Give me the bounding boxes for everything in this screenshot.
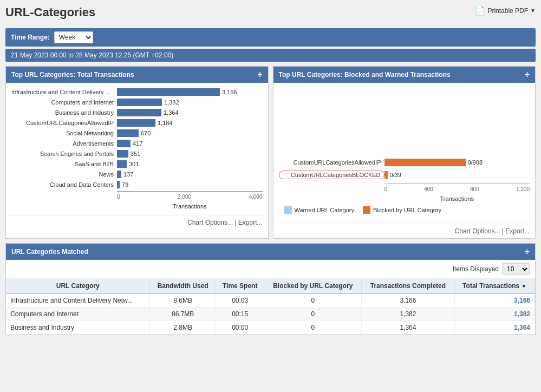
bar-value: 1,184 — [158, 120, 173, 126]
bar — [117, 109, 161, 116]
table-row: Business and Industry 2.8MB 00:00 0 1,36… — [6, 321, 535, 335]
left-chart-content: Infrastructure and Content Delivery Netw… — [6, 83, 268, 215]
col-header-tx-completed: Transactions Completed — [362, 279, 454, 293]
bar-wrapper: 417 — [117, 140, 263, 147]
table-row: CustomURLCategoriesAllowedIP 1,184 — [11, 119, 263, 127]
bar-wrapper: 3,166 — [117, 88, 263, 96]
right-bar-label: CustomURLCategoriesAllowedIP — [279, 159, 384, 166]
data-table: URL Category Bandwidth Used Time Spent B… — [6, 279, 535, 335]
charts-row: Top URL Categories: Total Transactions +… — [5, 66, 536, 239]
right-bar-value: 0/39 — [390, 172, 401, 178]
right-chart-title: Top URL Categories: Blocked and Warned T… — [279, 71, 451, 79]
bar-wrapper: 351 — [117, 150, 263, 158]
right-chart-options-link[interactable]: Chart Options... — [454, 227, 500, 235]
table-row: CustomURLCategoriesBLOCKED 0/39 — [279, 171, 530, 179]
table-row: SaaS and B2B 301 — [11, 160, 263, 168]
col-header-time: Time Spent — [216, 279, 264, 293]
cell-time: 00:00 — [216, 321, 264, 335]
legend-label-warned: Warned URL Category — [295, 207, 354, 213]
bar-label: Computers and Internet — [11, 99, 117, 106]
cell-total-tx: 3,166 — [454, 293, 535, 308]
col-header-bandwidth: Bandwidth Used — [150, 279, 216, 293]
right-chart-empty-space — [279, 88, 530, 159]
left-chart-expand-btn[interactable]: + — [257, 70, 262, 80]
cell-category: Infrastructure and Content Delivery Netw… — [6, 293, 150, 308]
time-range-label: Time Range: — [11, 34, 50, 41]
table-panel-title: URL Categories Matched — [11, 248, 88, 256]
time-range-select[interactable]: Week Hour Day Month Custom — [54, 31, 93, 43]
col-header-category: URL Category — [6, 279, 150, 293]
table-panel-header: URL Categories Matched + — [6, 244, 535, 260]
cell-time: 00:15 — [216, 308, 264, 321]
bar — [117, 150, 128, 158]
left-chart-axis: 0 2,000 4,000 — [117, 191, 263, 200]
axis-label-0: 0 — [384, 186, 388, 192]
table-panel: URL Categories Matched + Items Displayed… — [5, 243, 536, 335]
legend-item-warned: Warned URL Category — [284, 206, 354, 214]
bar-value: 1,382 — [164, 99, 179, 106]
bar-label: Infrastructure and Content Delivery Netw… — [11, 89, 117, 95]
table-row: Business and Industry 1,364 — [11, 109, 263, 116]
bar-value: 3,166 — [222, 89, 237, 95]
right-chart-axis: 0 400 800 1,200 — [384, 184, 530, 192]
bar-label: Business and Industry — [11, 109, 117, 116]
bar-label: Search Engines and Portals — [11, 151, 117, 157]
bar-label: SaaS and B2B — [11, 161, 117, 167]
table-expand-btn[interactable]: + — [525, 247, 530, 257]
cell-category: Business and Industry — [6, 321, 150, 335]
right-bar-area: 0/908 — [384, 159, 530, 166]
table-row: Computers and Internet 86.7MB 00:15 0 1,… — [6, 308, 535, 321]
right-chart-options-row: Chart Options... | Export... — [273, 224, 536, 238]
bar-wrapper: 79 — [117, 181, 263, 188]
right-bar-label-highlighted: CustomURLCategoriesBLOCKED — [279, 171, 384, 179]
table-toolbar: Items Displayed 10 25 50 100 — [6, 260, 535, 279]
table-row: News 137 — [11, 171, 263, 178]
table-header-row: URL Category Bandwidth Used Time Spent B… — [6, 279, 535, 293]
cell-blocked: 0 — [264, 293, 362, 308]
right-chart-panel: Top URL Categories: Blocked and Warned T… — [273, 66, 536, 239]
bar-wrapper: 1,364 — [117, 109, 263, 116]
left-chart-options-link[interactable]: Chart Options... — [187, 219, 233, 226]
chart-legend: Warned URL Category Blocked by URL Categ… — [279, 202, 530, 218]
right-chart-export-link[interactable]: Export... — [505, 227, 530, 235]
cell-time: 00:03 — [216, 293, 264, 308]
right-bar-area: 0/39 — [384, 171, 530, 179]
bar-value: 79 — [122, 181, 128, 188]
cell-bandwidth: 86.7MB — [150, 308, 216, 321]
bar-value: 301 — [129, 161, 139, 167]
cell-bandwidth: 8.6MB — [150, 293, 216, 308]
bar-wrapper: 301 — [117, 160, 263, 168]
bar-wrapper: 670 — [117, 129, 263, 137]
left-chart-export-link[interactable]: Export... — [238, 219, 263, 226]
table-body: Infrastructure and Content Delivery Netw… — [6, 293, 535, 335]
bar-value: 351 — [131, 151, 140, 157]
page-container: URL-Categories 📄 Printable PDF ▼ Time Ra… — [0, 0, 541, 392]
time-range-bar: Time Range: Week Hour Day Month Custom — [5, 28, 536, 47]
cell-bandwidth: 2.8MB — [150, 321, 216, 335]
right-chart-header: Top URL Categories: Blocked and Warned T… — [273, 67, 536, 83]
col-header-total-tx[interactable]: Total Transactions ▼ — [454, 279, 535, 293]
legend-swatch-blue — [284, 206, 292, 214]
bar — [117, 99, 162, 106]
printable-pdf-arrow: ▼ — [530, 8, 536, 14]
legend-item-blocked: Blocked by URL Category — [363, 206, 441, 214]
right-chart-expand-btn[interactable]: + — [525, 70, 530, 80]
left-chart-options-row: Chart Options... | Export... — [6, 215, 268, 230]
bar-wrapper: 137 — [117, 171, 263, 178]
right-bar-value: 0/908 — [468, 159, 483, 166]
bar — [117, 140, 131, 147]
right-chart-content: CustomURLCategoriesAllowedIP 0/908 Custo… — [273, 83, 536, 224]
axis-label-2000: 2,000 — [178, 194, 191, 200]
table-row: CustomURLCategoriesAllowedIP 0/908 — [279, 159, 530, 166]
items-per-page-select[interactable]: 10 25 50 100 — [502, 263, 530, 275]
toolbar: 📄 Printable PDF ▼ — [474, 5, 536, 16]
table-row: Advertisements 417 — [11, 140, 263, 147]
axis-label-1200: 1,200 — [516, 186, 530, 192]
cell-total-tx: 1,382 — [454, 308, 535, 321]
bar — [117, 119, 155, 127]
cell-blocked: 0 — [264, 308, 362, 321]
bar-value: 1,364 — [164, 109, 179, 116]
printable-pdf-button[interactable]: 📄 Printable PDF ▼ — [474, 5, 536, 16]
bar-value: 417 — [133, 140, 142, 147]
cell-total-tx: 1,364 — [454, 321, 535, 335]
